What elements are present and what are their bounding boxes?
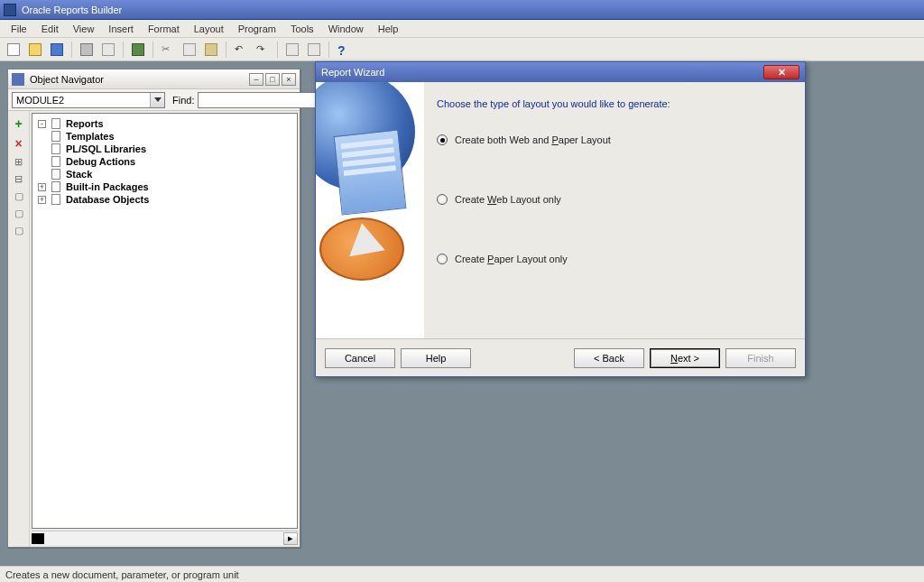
menu-view[interactable]: View bbox=[66, 22, 102, 36]
tree-item-label: Database Objects bbox=[66, 194, 149, 205]
menu-edit[interactable]: Edit bbox=[34, 22, 66, 36]
layout-option[interactable]: Create Paper Layout only bbox=[437, 254, 792, 264]
page-icon bbox=[51, 194, 60, 205]
tool-button[interactable]: ▢ bbox=[14, 208, 23, 219]
module-dropdown-input[interactable] bbox=[13, 93, 150, 107]
next-button[interactable]: Next > bbox=[650, 348, 720, 368]
next-button-label: Next > bbox=[670, 353, 699, 364]
radio-button[interactable] bbox=[437, 194, 448, 205]
tree-item-label: PL/SQL Libraries bbox=[66, 143, 146, 154]
undo-button[interactable]: ↶ bbox=[231, 41, 251, 59]
redo-icon: ↷ bbox=[256, 43, 269, 56]
copy-button[interactable] bbox=[180, 41, 199, 59]
tree-item[interactable]: Stack bbox=[38, 168, 297, 180]
navigator-toolbar: Find: 🔧 🔦 bbox=[8, 89, 300, 111]
tree-item[interactable]: +Built-in Packages bbox=[38, 180, 297, 193]
tree-item[interactable]: PL/SQL Libraries bbox=[38, 143, 297, 155]
cut-button[interactable]: ✂ bbox=[158, 41, 178, 59]
library-button-1[interactable] bbox=[282, 41, 302, 59]
delete-node-button[interactable]: × bbox=[14, 136, 22, 151]
menu-format[interactable]: Format bbox=[141, 22, 187, 36]
page-icon bbox=[51, 181, 60, 192]
panel-minimize-button[interactable]: – bbox=[249, 73, 263, 86]
tree-item[interactable]: +Database Objects bbox=[38, 193, 297, 206]
main-toolbar: ✂ ↶ ↷ ? bbox=[0, 38, 924, 61]
open-button[interactable] bbox=[25, 41, 45, 59]
redo-button[interactable]: ↷ bbox=[253, 41, 273, 59]
toolbar-separator bbox=[71, 42, 72, 58]
horizontal-scrollbar[interactable]: ▸ bbox=[32, 531, 298, 545]
add-node-button[interactable]: + bbox=[14, 116, 22, 131]
library-icon bbox=[308, 43, 320, 56]
tree-item-label: Templates bbox=[66, 131, 115, 142]
menu-program[interactable]: Program bbox=[231, 22, 283, 36]
print-icon bbox=[80, 43, 93, 56]
module-dropdown[interactable] bbox=[12, 92, 165, 108]
wizard-artwork bbox=[316, 82, 424, 338]
document-graphic bbox=[334, 129, 407, 215]
radio-button[interactable] bbox=[437, 254, 448, 264]
library-button-2[interactable] bbox=[304, 41, 324, 59]
tool-button[interactable]: ▢ bbox=[14, 190, 23, 202]
collapse-button[interactable]: ⊟ bbox=[14, 173, 23, 185]
finish-button: Finish bbox=[725, 348, 796, 368]
menu-file[interactable]: File bbox=[4, 22, 34, 36]
menu-layout[interactable]: Layout bbox=[187, 22, 231, 36]
tool-button[interactable]: ▢ bbox=[14, 225, 23, 236]
run-button[interactable] bbox=[128, 41, 148, 59]
tree-expander[interactable]: + bbox=[38, 196, 46, 204]
tree-item[interactable]: -Reports bbox=[38, 117, 297, 130]
save-button[interactable] bbox=[47, 41, 67, 59]
app-icon bbox=[4, 4, 16, 16]
radio-button[interactable] bbox=[437, 134, 448, 145]
layout-option-label: Create Paper Layout only bbox=[455, 254, 568, 264]
help-button[interactable]: ? bbox=[334, 41, 354, 59]
paste-button[interactable] bbox=[201, 41, 221, 59]
layout-option-label: Create both Web and Paper Layout bbox=[455, 134, 611, 145]
run-icon bbox=[132, 43, 144, 56]
menu-insert[interactable]: Insert bbox=[101, 22, 141, 36]
menu-tools[interactable]: Tools bbox=[283, 22, 321, 36]
app-titlebar: Oracle Reports Builder bbox=[0, 0, 924, 20]
copy-icon bbox=[183, 43, 196, 56]
dialog-close-button[interactable]: ✕ bbox=[763, 65, 799, 79]
dialog-titlebar[interactable]: Report Wizard ✕ bbox=[316, 62, 805, 82]
app-title: Oracle Reports Builder bbox=[22, 5, 122, 15]
toolbar-separator bbox=[226, 42, 226, 58]
tree-item[interactable]: Templates bbox=[38, 130, 297, 143]
layout-option[interactable]: Create both Web and Paper Layout bbox=[437, 134, 792, 145]
navigator-tree[interactable]: -ReportsTemplatesPL/SQL LibrariesDebug A… bbox=[32, 113, 298, 529]
mail-button[interactable] bbox=[98, 41, 118, 59]
print-button[interactable] bbox=[77, 41, 97, 59]
layout-option-label: Create Web Layout only bbox=[455, 194, 561, 205]
menu-window[interactable]: Window bbox=[321, 22, 371, 36]
tree-item-label: Stack bbox=[66, 169, 92, 180]
layout-option[interactable]: Create Web Layout only bbox=[437, 194, 792, 205]
page-icon bbox=[51, 143, 60, 154]
scrollbar-thumb[interactable] bbox=[32, 533, 44, 544]
page-icon bbox=[51, 169, 60, 180]
help-icon: ? bbox=[337, 43, 350, 56]
panel-title-text: Object Navigator bbox=[30, 74, 104, 85]
panel-close-button[interactable]: × bbox=[282, 73, 296, 86]
dropdown-arrow-button[interactable] bbox=[150, 93, 164, 107]
scroll-right-button[interactable]: ▸ bbox=[283, 532, 298, 545]
back-button[interactable]: < Back bbox=[574, 348, 644, 368]
find-input[interactable] bbox=[198, 92, 331, 108]
expand-button[interactable]: ⊞ bbox=[14, 156, 23, 168]
tree-item[interactable]: Debug Actions bbox=[38, 155, 297, 168]
tree-expander[interactable]: - bbox=[38, 120, 46, 128]
new-icon bbox=[7, 43, 20, 56]
menu-help[interactable]: Help bbox=[371, 22, 406, 36]
chevron-down-icon bbox=[154, 97, 162, 102]
new-button[interactable] bbox=[4, 41, 23, 59]
tree-expander[interactable]: + bbox=[38, 183, 46, 191]
find-label: Find: bbox=[172, 95, 194, 106]
navigator-icon bbox=[12, 73, 24, 86]
panel-maximize-button[interactable]: □ bbox=[265, 73, 280, 86]
status-bar: Creates a new document, parameter, or pr… bbox=[0, 566, 924, 582]
page-icon bbox=[51, 131, 60, 142]
help-button[interactable]: Help bbox=[401, 348, 471, 368]
wizard-content: Choose the type of layout you would like… bbox=[424, 82, 805, 338]
cancel-button[interactable]: Cancel bbox=[325, 348, 395, 368]
